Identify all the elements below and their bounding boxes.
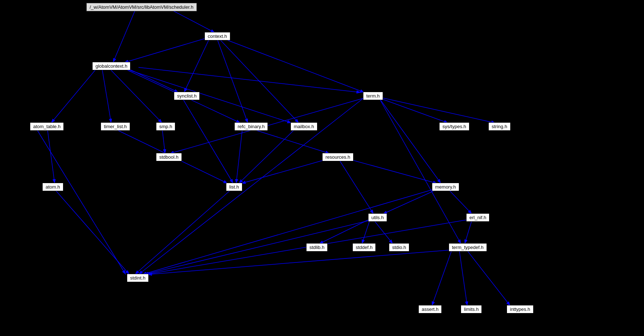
svg-line-9	[102, 68, 111, 123]
svg-line-41	[432, 250, 452, 306]
node-assert-h: assert.h	[418, 305, 442, 313]
node-mailbox-h: mailbox.h	[290, 122, 317, 131]
node-stdlib-h: stdlib.h	[306, 243, 328, 252]
node-globalcontext-h: globalcontext.h	[92, 62, 130, 70]
node-sys-types-h: sys/types.h	[439, 122, 469, 131]
svg-line-5	[217, 38, 248, 123]
svg-line-42	[459, 250, 467, 306]
svg-line-33	[142, 189, 434, 274]
node-stdint-h: stdint.h	[127, 274, 149, 282]
svg-line-22	[47, 129, 55, 183]
node-resources-h: resources.h	[322, 153, 354, 161]
node-stdio-h: stdio.h	[389, 243, 409, 252]
svg-line-40	[374, 220, 393, 244]
svg-line-32	[448, 189, 472, 214]
node-stddef-h: stddef.h	[352, 243, 376, 252]
node-limits-h: limits.h	[461, 305, 482, 313]
node-utils-h: utils.h	[368, 213, 387, 222]
svg-line-7	[184, 38, 210, 92]
svg-line-4	[222, 38, 364, 92]
svg-line-26	[251, 129, 330, 154]
svg-line-46	[36, 129, 126, 274]
svg-line-29	[339, 159, 374, 214]
dependency-graph: /_w/AtomVM/AtomVM/src/libAtomVM/schedule…	[0, 0, 644, 336]
node-string-h: string.h	[488, 122, 511, 131]
svg-line-38	[148, 250, 454, 274]
node-term-h: term.h	[363, 92, 383, 100]
edges-svg	[0, 0, 644, 336]
node-refc-binary-h: refc_binary.h	[234, 122, 268, 131]
node-context-h: context.h	[204, 32, 230, 40]
svg-line-6	[219, 38, 299, 123]
svg-line-25	[236, 129, 242, 183]
svg-line-27	[239, 129, 295, 183]
svg-line-8	[51, 68, 97, 123]
svg-line-16	[383, 98, 496, 123]
node-term-typedef-h: term_typedef.h	[449, 243, 487, 252]
node-atom-h: atom.h	[42, 183, 63, 191]
node-smp-h: smp.h	[156, 122, 175, 131]
svg-line-24	[162, 129, 165, 154]
svg-line-3	[124, 38, 206, 63]
svg-line-2	[113, 11, 135, 63]
svg-line-21	[182, 98, 233, 183]
svg-line-34	[144, 220, 372, 274]
svg-line-44	[135, 189, 231, 274]
svg-line-1	[171, 10, 215, 33]
svg-line-15	[379, 98, 448, 123]
node-stdbool-h: stdbool.h	[156, 153, 182, 161]
node-scheduler-h: /_w/AtomVM/AtomVM/src/libAtomVM/schedule…	[86, 3, 197, 11]
svg-line-10	[109, 68, 162, 123]
svg-line-43	[467, 250, 510, 306]
node-timer-list-h: timer_list.h	[101, 122, 130, 131]
node-inttypes-h: inttypes.h	[507, 305, 534, 313]
svg-line-17	[379, 98, 441, 183]
svg-line-36	[465, 220, 472, 244]
node-erl-nif-h: erl_nif.h	[466, 213, 489, 222]
node-synclist-h: synclist.h	[174, 92, 200, 100]
svg-line-39	[362, 220, 370, 244]
node-list-h: list.h	[226, 183, 242, 191]
svg-line-14	[124, 68, 292, 123]
svg-line-30	[350, 159, 437, 183]
node-atom-table-h: atom_table.h	[30, 122, 64, 131]
svg-line-35	[319, 220, 368, 244]
node-memory-h: memory.h	[432, 183, 459, 191]
svg-line-28	[241, 159, 326, 183]
